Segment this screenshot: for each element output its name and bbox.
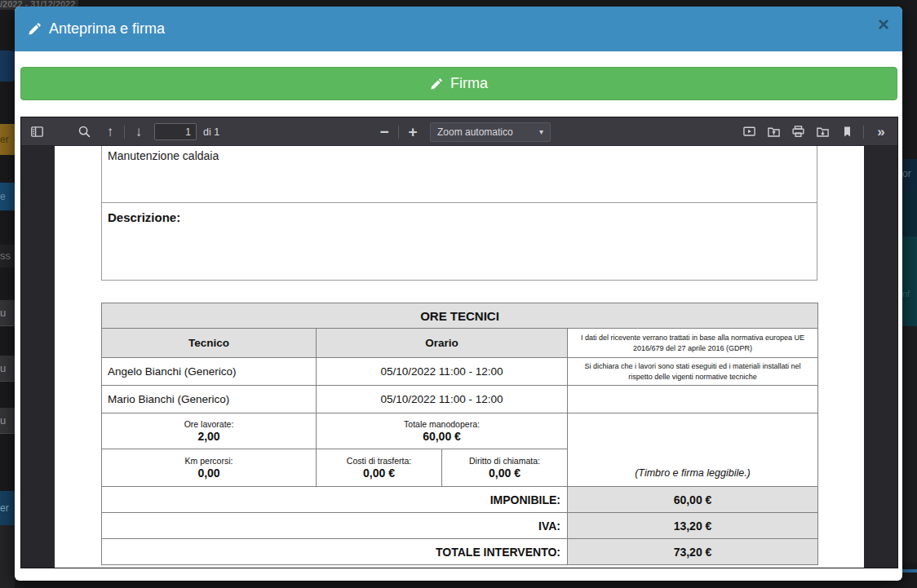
background-blue-item: e bbox=[0, 183, 15, 210]
table-title-row: ORE TECNICI bbox=[102, 303, 818, 329]
ore-lavorate-label: Ore lavorate: bbox=[102, 419, 316, 429]
table-title: ORE TECNICI bbox=[102, 303, 818, 329]
modal-title-text: Anteprima e firma bbox=[49, 20, 165, 38]
km-percorsi-value: 0,00 bbox=[102, 466, 316, 480]
background-list-row: u bbox=[0, 408, 15, 434]
sidebar-toggle-icon[interactable] bbox=[26, 122, 47, 143]
gdpr-note: I dati del ricevente verrano trattati in… bbox=[568, 329, 818, 358]
totale-manodopera-label: Totale manodopera: bbox=[317, 419, 567, 429]
ore-tecnici-table: ORE TECNICI Tecnico Orario I dati del ri… bbox=[101, 303, 818, 565]
background-blue-line bbox=[902, 569, 917, 573]
zoom-select[interactable]: Zoom automatico ▾ bbox=[430, 122, 551, 142]
table-row: Angelo Bianchi (Generico) 05/10/2022 11:… bbox=[102, 358, 818, 386]
table-row-totale: TOTALE INTERVENTO: 73,20 € bbox=[102, 539, 818, 565]
page-number-input[interactable] bbox=[154, 123, 197, 140]
totale-manodopera-value: 60,00 € bbox=[317, 430, 567, 443]
km-percorsi-cell: Km percorsi: 0,00 bbox=[102, 449, 317, 487]
compliance-note bbox=[568, 386, 818, 413]
imponibile-value: 60,00 € bbox=[568, 487, 818, 513]
imponibile-label: IMPONIBILE: bbox=[102, 487, 568, 513]
download-icon[interactable] bbox=[812, 122, 833, 143]
zoom-out-icon[interactable]: − bbox=[374, 122, 395, 143]
table-header-row: Tecnico Orario I dati del ricevente verr… bbox=[102, 329, 818, 358]
technician-time: 05/10/2022 11:00 - 12:00 bbox=[317, 358, 568, 386]
modal-title: Anteprima e firma bbox=[28, 20, 165, 38]
search-icon[interactable] bbox=[73, 122, 95, 143]
print-icon[interactable] bbox=[787, 122, 808, 143]
background-text-fragment: ss bbox=[0, 245, 15, 267]
sign-button[interactable]: Firma bbox=[20, 67, 897, 100]
chevron-down-icon: ▾ bbox=[539, 127, 543, 136]
bookmark-icon[interactable] bbox=[836, 122, 857, 143]
totale-intervento-value: 73,20 € bbox=[568, 539, 818, 565]
ore-lavorate-cell: Ore lavorate: 2,00 bbox=[102, 413, 317, 449]
costi-trasferta-cell: Costi di trasferta: 0,00 € bbox=[317, 449, 442, 487]
description-label: Descrizione: bbox=[108, 210, 180, 224]
technician-name: Angelo Bianchi (Generico) bbox=[102, 358, 317, 386]
table-row-iva: IVA: 13,20 € bbox=[102, 513, 818, 539]
background-list-row: u bbox=[0, 356, 15, 382]
background-teal-panel: nf bbox=[902, 237, 917, 326]
column-header-orario: Orario bbox=[317, 329, 568, 358]
diritto-chiamata-label: Diritto di chiamata: bbox=[442, 456, 567, 466]
next-page-icon[interactable]: ↓ bbox=[128, 122, 149, 143]
page-count-label: di 1 bbox=[203, 126, 219, 138]
pdf-viewer: ↑ ↓ di 1 − + Zoom automatico ▾ bbox=[20, 117, 898, 568]
background-right-strip bbox=[902, 326, 917, 563]
background-list-row: u bbox=[0, 300, 15, 326]
technician-name: Mario Bianchi (Generico) bbox=[102, 386, 317, 413]
background-right-bar: or bbox=[902, 159, 917, 189]
km-percorsi-label: Km percorsi: bbox=[102, 456, 316, 466]
previous-page-icon[interactable]: ↑ bbox=[100, 122, 121, 143]
costi-trasferta-label: Costi di trasferta: bbox=[317, 456, 441, 466]
zoom-select-value: Zoom automatico bbox=[437, 126, 513, 138]
pdf-toolbar: ↑ ↓ di 1 − + Zoom automatico ▾ bbox=[21, 117, 897, 146]
screen: /2022 - 31/12/2022 er e ss u u u er or n… bbox=[0, 0, 917, 588]
preview-sign-modal: Anteprima e firma × Firma bbox=[15, 7, 902, 581]
background-orange-button: er bbox=[0, 124, 15, 155]
stamp-signature-note: (Timbro e firma leggibile.) bbox=[568, 413, 818, 487]
compliance-note: Si dichiara che i lavori sono stati eseg… bbox=[568, 358, 818, 386]
iva-value: 13,20 € bbox=[568, 513, 818, 539]
toolbar-separator bbox=[124, 126, 125, 139]
diritto-chiamata-value: 0,00 € bbox=[442, 466, 567, 480]
costi-trasferta-value: 0,00 € bbox=[317, 466, 441, 480]
intervention-type-text: Manutenzione caldaia bbox=[108, 149, 219, 162]
intervention-type-box: Manutenzione caldaia bbox=[101, 146, 817, 203]
table-row: Mario Bianchi (Generico) 05/10/2022 11:0… bbox=[102, 386, 818, 413]
table-row-imponibile: IMPONIBILE: 60,00 € bbox=[102, 487, 818, 513]
iva-label: IVA: bbox=[102, 513, 568, 539]
diritto-chiamata-cell: Diritto di chiamata: 0,00 € bbox=[442, 449, 568, 487]
sign-button-label: Firma bbox=[450, 75, 488, 92]
background-strip bbox=[0, 525, 15, 588]
background-right-panel bbox=[902, 189, 917, 237]
pencil-icon bbox=[28, 22, 42, 36]
presentation-mode-icon[interactable] bbox=[738, 122, 760, 143]
toolbar-separator bbox=[398, 126, 399, 139]
modal-header: Anteprima e firma × bbox=[15, 7, 902, 51]
background-navy-button bbox=[0, 51, 15, 82]
background-navy-button: er bbox=[0, 491, 15, 525]
totale-intervento-label: TOTALE INTERVENTO: bbox=[102, 539, 568, 565]
pdf-page: Manutenzione caldaia Descrizione: ORE TE… bbox=[55, 146, 864, 568]
pdf-page-area[interactable]: Manutenzione caldaia Descrizione: ORE TE… bbox=[21, 146, 897, 568]
zoom-in-icon[interactable]: + bbox=[402, 122, 423, 143]
totale-manodopera-cell: Totale manodopera: 60,00 € bbox=[317, 413, 568, 449]
ore-lavorate-value: 2,00 bbox=[102, 430, 316, 443]
description-box: Descrizione: bbox=[101, 202, 817, 281]
close-icon[interactable]: × bbox=[878, 15, 889, 34]
technician-time: 05/10/2022 11:00 - 12:00 bbox=[317, 386, 568, 413]
pencil-icon bbox=[430, 77, 443, 91]
column-header-tecnico: Tecnico bbox=[102, 329, 317, 358]
toolbar-separator bbox=[863, 126, 864, 139]
table-row-hours-total: Ore lavorate: 2,00 Totale manodopera: 60… bbox=[102, 413, 818, 449]
open-file-icon[interactable] bbox=[763, 122, 784, 143]
more-tools-icon[interactable]: » bbox=[870, 122, 891, 143]
